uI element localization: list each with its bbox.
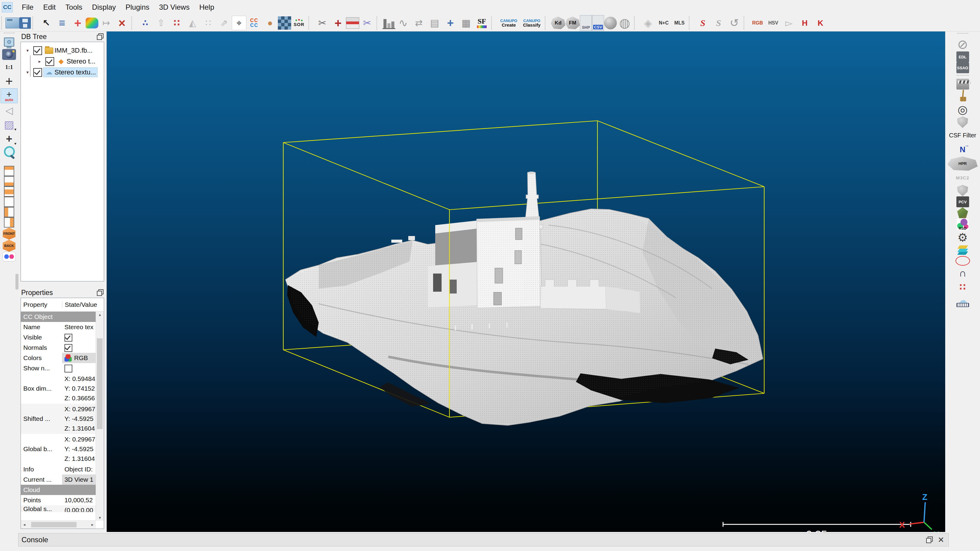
undock-icon[interactable] <box>926 537 933 543</box>
current-view-cube-icon[interactable]: ▨ <box>1 118 17 132</box>
gaussian-filter-icon[interactable]: ∿ <box>395 16 411 30</box>
save-button[interactable] <box>19 17 31 29</box>
iso-view-front-button[interactable]: FRONT <box>3 227 16 240</box>
scroll-left-icon[interactable]: ◄ <box>23 523 26 527</box>
layers-icon[interactable] <box>957 245 969 256</box>
menu-3d-views[interactable]: 3D Views <box>154 2 194 13</box>
normals-arrow-icon[interactable]: ⇗ <box>216 16 232 30</box>
apply-colors-icon[interactable] <box>86 17 99 29</box>
tree-item-body[interactable]: ☁ Stereo textu... <box>44 68 97 77</box>
undock-icon[interactable] <box>97 33 103 40</box>
expander-icon[interactable]: ▾ <box>23 48 32 53</box>
clipping-box-icon[interactable] <box>346 17 359 29</box>
sf-minmax-icon[interactable]: ⇄ <box>411 16 427 30</box>
scroll-up-icon[interactable]: ▲ <box>99 313 102 316</box>
menu-edit[interactable]: Edit <box>38 2 60 13</box>
property-value[interactable] <box>62 364 96 373</box>
cone-sample-icon[interactable]: ◭ <box>185 16 200 30</box>
set-back-view-button[interactable] <box>4 197 14 207</box>
clone-icon[interactable]: + <box>70 16 86 30</box>
menu-tools[interactable]: Tools <box>60 2 87 13</box>
undock-icon[interactable] <box>97 289 103 296</box>
horizontal-scrollbar-thumb[interactable] <box>31 522 76 527</box>
tree-item-body[interactable]: ◆ Stereo t... <box>56 57 97 66</box>
rgb-tool-icon[interactable]: RGB <box>750 16 765 30</box>
magnet-icon[interactable]: ∩ <box>948 266 978 280</box>
sor-filter-icon[interactable]: SOR <box>291 16 307 30</box>
set-right-view-button[interactable] <box>4 217 14 227</box>
vertical-scrollbar[interactable]: ▲ ▼ <box>95 312 104 521</box>
vertical-scrollbar-thumb[interactable] <box>97 338 103 429</box>
translate-rotate-icon[interactable]: + <box>330 16 346 30</box>
sf-calculator-icon[interactable]: ▦ <box>458 16 474 30</box>
histogram-h-icon[interactable]: H <box>797 16 813 30</box>
ssao-shader-button[interactable]: SSAO <box>956 62 969 73</box>
set-front-view-button[interactable] <box>4 186 14 197</box>
visibility-checkbox[interactable] <box>33 68 42 77</box>
set-top-view-button[interactable] <box>4 166 14 176</box>
visibility-checkbox[interactable] <box>45 57 54 66</box>
point-picking-icon[interactable]: ↖ <box>38 16 54 30</box>
spline-gray-icon[interactable]: S <box>711 16 726 30</box>
visibility-checkbox[interactable] <box>33 46 42 55</box>
sf-colorbar-icon[interactable]: SF <box>474 16 490 30</box>
compass-icon[interactable]: ◎ <box>948 102 978 116</box>
kmeans-k-icon[interactable]: K <box>813 16 828 30</box>
expander-icon[interactable]: ▸ <box>35 59 44 64</box>
shield-icon[interactable] <box>957 116 968 128</box>
set-left-view-button[interactable] <box>4 207 14 217</box>
cloudcompare-logo-icon[interactable]: CC <box>2 2 13 13</box>
kd-tree-icon[interactable]: Kd <box>551 17 565 29</box>
shp-export-icon[interactable]: SHP <box>580 15 592 31</box>
property-value[interactable]: 3D View 1 <box>62 475 96 485</box>
zoom-tool-icon[interactable] <box>2 146 16 159</box>
dodecahedron-icon[interactable] <box>957 207 969 219</box>
3d-viewport[interactable]: 0.35 X Z Y <box>107 31 945 532</box>
animation-icon[interactable] <box>956 79 969 90</box>
globe-icon[interactable]: ◍ <box>617 16 633 30</box>
add-sf-icon[interactable]: + <box>442 16 458 30</box>
delete-icon[interactable]: × <box>114 16 130 30</box>
pick-several-points-icon[interactable]: ⌖ <box>232 16 247 30</box>
csf-filter-button[interactable]: CSF Filter <box>948 128 978 142</box>
open-button[interactable] <box>5 17 19 29</box>
property-value[interactable] <box>62 343 96 353</box>
facets-fm-icon[interactable]: FM <box>565 17 580 29</box>
property-value[interactable] <box>62 332 96 342</box>
facets-sphere-icon[interactable] <box>604 17 617 29</box>
menu-file[interactable]: File <box>17 2 38 13</box>
display-settings-icon[interactable] <box>2 37 16 49</box>
menu-plugins[interactable]: Plugins <box>121 2 154 13</box>
cross-section-icon[interactable]: ✂ <box>359 16 375 30</box>
interactors-icon[interactable]: ● <box>262 16 278 30</box>
screenshot-camera-icon[interactable] <box>2 49 16 60</box>
scroll-down-icon[interactable]: ▼ <box>99 516 102 519</box>
tree-item-body[interactable]: IMM_3D.fb... <box>44 46 94 55</box>
pick-rotation-center-icon[interactable]: + <box>1 74 17 88</box>
canupo-create-button[interactable]: CANUPO Create <box>497 16 520 30</box>
no-filter-icon[interactable]: ⊘ <box>948 37 978 51</box>
gears-icon[interactable]: ⚙ <box>948 230 978 245</box>
cloud-measure-icon[interactable]: ☁ <box>948 294 978 308</box>
scroll-right-icon[interactable]: ► <box>91 523 94 527</box>
canupo-classify-button[interactable]: CANUPO Classify <box>520 16 543 30</box>
histogram-icon[interactable] <box>383 17 395 29</box>
hand-picking-icon[interactable]: ∷ <box>948 280 978 294</box>
normal-vector-icon[interactable]: N <box>948 142 978 156</box>
hpr-icon[interactable]: HPR <box>948 156 978 171</box>
iso-view-back-button[interactable]: BACK <box>3 240 16 252</box>
menu-help[interactable]: Help <box>194 2 219 13</box>
color-scales-icon[interactable]: CC CC <box>247 16 262 30</box>
auto-pick-center-button[interactable]: + auto <box>1 88 18 103</box>
hsv-tool-icon[interactable]: HSV <box>765 16 781 30</box>
pcv-icon[interactable]: PCV <box>956 196 969 207</box>
tree-item-stereo-cloud[interactable]: ▾ ☁ Stereo textu... <box>21 67 104 78</box>
spline-red-icon[interactable]: S <box>695 16 711 30</box>
merge-icon[interactable]: ↦ <box>99 16 114 30</box>
set-bottom-view-button[interactable] <box>4 176 14 186</box>
puzzle-icon[interactable]: ◈ <box>640 16 656 30</box>
dock-splitter-handle[interactable] <box>16 274 19 290</box>
octree-icon[interactable]: ⇧ <box>153 16 169 30</box>
scatter-icon[interactable]: ∷ <box>200 16 216 30</box>
clean-broom-icon[interactable] <box>957 90 968 102</box>
